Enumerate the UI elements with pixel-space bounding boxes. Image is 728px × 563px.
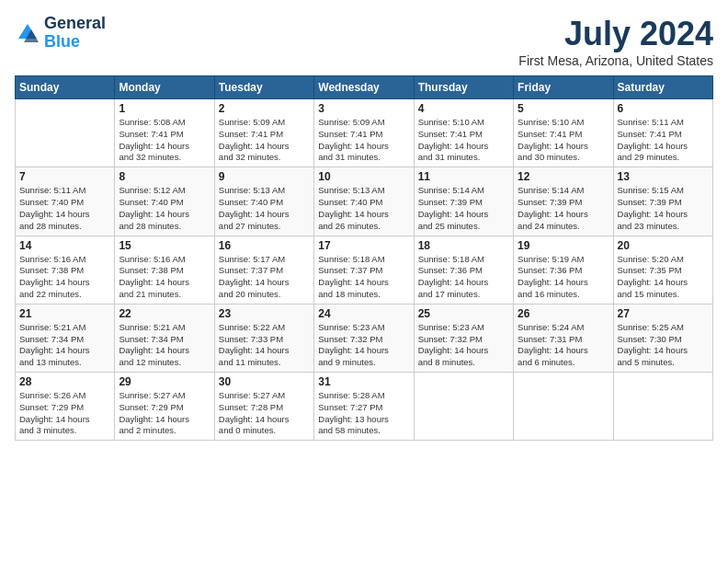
calendar-week-row: 1Sunrise: 5:08 AMSunset: 7:41 PMDaylight…: [16, 99, 713, 167]
calendar-cell: 3Sunrise: 5:09 AMSunset: 7:41 PMDaylight…: [314, 99, 414, 167]
day-info: Sunrise: 5:21 AMSunset: 7:34 PMDaylight:…: [119, 322, 210, 369]
day-info: Sunrise: 5:18 AMSunset: 7:36 PMDaylight:…: [418, 254, 509, 301]
day-number: 13: [618, 170, 709, 183]
calendar-cell: 26Sunrise: 5:24 AMSunset: 7:31 PMDayligh…: [514, 304, 613, 372]
calendar-cell: 15Sunrise: 5:16 AMSunset: 7:38 PMDayligh…: [115, 236, 214, 304]
day-info: Sunrise: 5:15 AMSunset: 7:39 PMDaylight:…: [618, 185, 709, 232]
calendar-cell: 9Sunrise: 5:13 AMSunset: 7:40 PMDaylight…: [214, 167, 313, 236]
day-number: 19: [518, 239, 609, 252]
calendar-cell: 30Sunrise: 5:27 AMSunset: 7:28 PMDayligh…: [214, 373, 313, 441]
calendar-header-row: SundayMondayTuesdayWednesdayThursdayFrid…: [16, 76, 713, 99]
calendar-cell: 27Sunrise: 5:25 AMSunset: 7:30 PMDayligh…: [613, 304, 712, 372]
calendar-cell: 24Sunrise: 5:23 AMSunset: 7:32 PMDayligh…: [314, 304, 414, 372]
day-info: Sunrise: 5:14 AMSunset: 7:39 PMDaylight:…: [518, 185, 609, 232]
logo-text: General Blue: [44, 15, 106, 52]
day-info: Sunrise: 5:13 AMSunset: 7:40 PMDaylight:…: [219, 185, 310, 232]
day-info: Sunrise: 5:11 AMSunset: 7:41 PMDaylight:…: [618, 117, 709, 164]
day-info: Sunrise: 5:24 AMSunset: 7:31 PMDaylight:…: [518, 322, 609, 369]
calendar-cell: 21Sunrise: 5:21 AMSunset: 7:34 PMDayligh…: [16, 304, 115, 372]
logo-icon: [15, 20, 40, 46]
day-info: Sunrise: 5:26 AMSunset: 7:29 PMDaylight:…: [19, 390, 110, 437]
day-info: Sunrise: 5:27 AMSunset: 7:29 PMDaylight:…: [119, 390, 210, 437]
day-info: Sunrise: 5:23 AMSunset: 7:32 PMDaylight:…: [318, 322, 409, 369]
day-number: 29: [119, 375, 210, 388]
day-number: 7: [19, 170, 110, 183]
day-number: 1: [119, 102, 210, 115]
calendar-cell: 25Sunrise: 5:23 AMSunset: 7:32 PMDayligh…: [414, 304, 513, 372]
day-number: 15: [119, 239, 210, 252]
calendar-week-row: 21Sunrise: 5:21 AMSunset: 7:34 PMDayligh…: [16, 304, 713, 372]
day-of-week-header: Thursday: [414, 76, 513, 99]
calendar-cell: [414, 373, 513, 441]
calendar-cell: 11Sunrise: 5:14 AMSunset: 7:39 PMDayligh…: [414, 167, 513, 236]
day-info: Sunrise: 5:17 AMSunset: 7:37 PMDaylight:…: [219, 254, 310, 301]
day-info: Sunrise: 5:14 AMSunset: 7:39 PMDaylight:…: [418, 185, 509, 232]
day-number: 16: [219, 239, 310, 252]
day-number: 14: [19, 239, 110, 252]
day-info: Sunrise: 5:11 AMSunset: 7:40 PMDaylight:…: [19, 185, 110, 232]
calendar-cell: 10Sunrise: 5:13 AMSunset: 7:40 PMDayligh…: [314, 167, 414, 236]
location-title: First Mesa, Arizona, United States: [518, 53, 713, 68]
page-header: General Blue July 2024 First Mesa, Arizo…: [15, 15, 713, 68]
day-number: 4: [418, 102, 509, 115]
calendar-cell: 22Sunrise: 5:21 AMSunset: 7:34 PMDayligh…: [115, 304, 214, 372]
day-info: Sunrise: 5:22 AMSunset: 7:33 PMDaylight:…: [219, 322, 310, 369]
day-of-week-header: Wednesday: [314, 76, 414, 99]
day-info: Sunrise: 5:20 AMSunset: 7:35 PMDaylight:…: [618, 254, 709, 301]
day-info: Sunrise: 5:23 AMSunset: 7:32 PMDaylight:…: [418, 322, 509, 369]
day-info: Sunrise: 5:10 AMSunset: 7:41 PMDaylight:…: [518, 117, 609, 164]
day-number: 3: [318, 102, 409, 115]
day-info: Sunrise: 5:10 AMSunset: 7:41 PMDaylight:…: [418, 117, 509, 164]
day-number: 21: [19, 307, 110, 320]
calendar-cell: 18Sunrise: 5:18 AMSunset: 7:36 PMDayligh…: [414, 236, 513, 304]
calendar-cell: 14Sunrise: 5:16 AMSunset: 7:38 PMDayligh…: [16, 236, 115, 304]
day-of-week-header: Friday: [514, 76, 613, 99]
day-number: 20: [618, 239, 709, 252]
calendar-cell: 23Sunrise: 5:22 AMSunset: 7:33 PMDayligh…: [214, 304, 313, 372]
calendar-cell: 20Sunrise: 5:20 AMSunset: 7:35 PMDayligh…: [613, 236, 712, 304]
calendar-cell: 12Sunrise: 5:14 AMSunset: 7:39 PMDayligh…: [514, 167, 613, 236]
day-of-week-header: Sunday: [16, 76, 115, 99]
day-of-week-header: Saturday: [613, 76, 712, 99]
day-number: 31: [318, 375, 409, 388]
day-number: 24: [318, 307, 409, 320]
logo: General Blue: [15, 15, 106, 52]
calendar-week-row: 14Sunrise: 5:16 AMSunset: 7:38 PMDayligh…: [16, 236, 713, 304]
calendar-cell: 7Sunrise: 5:11 AMSunset: 7:40 PMDaylight…: [16, 167, 115, 236]
calendar-cell: 16Sunrise: 5:17 AMSunset: 7:37 PMDayligh…: [214, 236, 313, 304]
calendar-table: SundayMondayTuesdayWednesdayThursdayFrid…: [15, 75, 713, 441]
month-title: July 2024: [518, 15, 713, 53]
day-of-week-header: Tuesday: [214, 76, 313, 99]
day-info: Sunrise: 5:21 AMSunset: 7:34 PMDaylight:…: [19, 322, 110, 369]
calendar-cell: [514, 373, 613, 441]
calendar-cell: 4Sunrise: 5:10 AMSunset: 7:41 PMDaylight…: [414, 99, 513, 167]
day-number: 12: [518, 170, 609, 183]
calendar-week-row: 28Sunrise: 5:26 AMSunset: 7:29 PMDayligh…: [16, 373, 713, 441]
day-number: 23: [219, 307, 310, 320]
calendar-cell: [16, 99, 115, 167]
day-number: 25: [418, 307, 509, 320]
calendar-cell: 29Sunrise: 5:27 AMSunset: 7:29 PMDayligh…: [115, 373, 214, 441]
day-number: 22: [119, 307, 210, 320]
title-block: July 2024 First Mesa, Arizona, United St…: [518, 15, 713, 68]
day-info: Sunrise: 5:18 AMSunset: 7:37 PMDaylight:…: [318, 254, 409, 301]
day-of-week-header: Monday: [115, 76, 214, 99]
calendar-cell: [613, 373, 712, 441]
day-info: Sunrise: 5:28 AMSunset: 7:27 PMDaylight:…: [318, 390, 409, 437]
day-number: 10: [318, 170, 409, 183]
day-number: 26: [518, 307, 609, 320]
calendar-cell: 8Sunrise: 5:12 AMSunset: 7:40 PMDaylight…: [115, 167, 214, 236]
day-number: 2: [219, 102, 310, 115]
day-number: 30: [219, 375, 310, 388]
day-info: Sunrise: 5:12 AMSunset: 7:40 PMDaylight:…: [119, 185, 210, 232]
day-info: Sunrise: 5:16 AMSunset: 7:38 PMDaylight:…: [119, 254, 210, 301]
calendar-cell: 19Sunrise: 5:19 AMSunset: 7:36 PMDayligh…: [514, 236, 613, 304]
day-number: 28: [19, 375, 110, 388]
calendar-cell: 2Sunrise: 5:09 AMSunset: 7:41 PMDaylight…: [214, 99, 313, 167]
day-info: Sunrise: 5:25 AMSunset: 7:30 PMDaylight:…: [618, 322, 709, 369]
day-number: 9: [219, 170, 310, 183]
calendar-cell: 28Sunrise: 5:26 AMSunset: 7:29 PMDayligh…: [16, 373, 115, 441]
day-number: 17: [318, 239, 409, 252]
day-number: 5: [518, 102, 609, 115]
day-info: Sunrise: 5:16 AMSunset: 7:38 PMDaylight:…: [19, 254, 110, 301]
